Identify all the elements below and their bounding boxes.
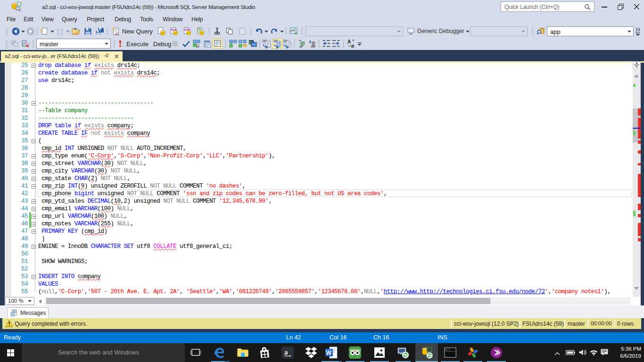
svg-text:DMX: DMX (184, 28, 190, 31)
svg-text:MDX: MDX (171, 28, 177, 31)
svg-text:a: a (284, 348, 288, 356)
svg-text:W: W (326, 350, 332, 356)
svg-text:B: B (351, 44, 355, 48)
svg-text:C:\_: C:\_ (446, 348, 452, 352)
svg-text:A: A (347, 39, 351, 44)
